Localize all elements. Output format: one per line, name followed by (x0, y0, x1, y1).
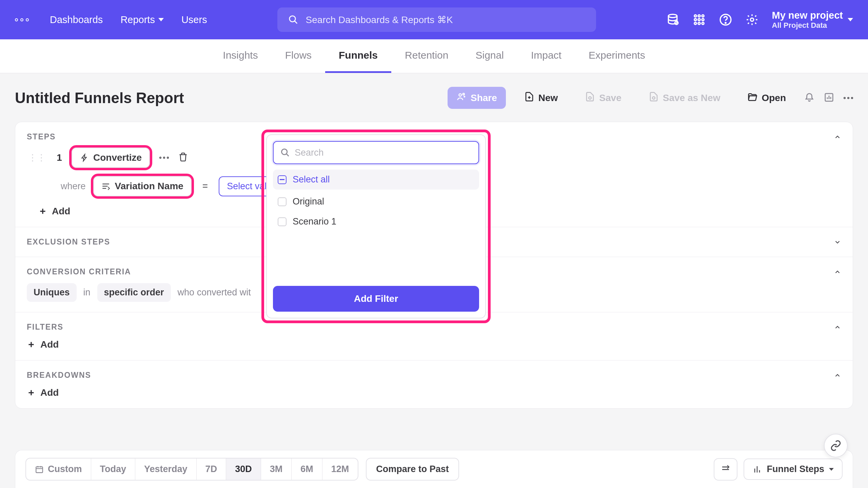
equals-operator[interactable]: = (199, 181, 211, 192)
svg-point-14 (725, 22, 726, 23)
report-tabs: Insights Flows Funnels Retention Signal … (0, 39, 868, 73)
save-as-icon (649, 92, 659, 104)
time-yesterday[interactable]: Yesterday (135, 458, 197, 480)
svg-point-12 (702, 22, 704, 24)
nav-reports[interactable]: Reports (120, 14, 164, 25)
time-custom[interactable]: Custom (26, 458, 91, 480)
project-selector[interactable]: My new project All Project Data (772, 10, 853, 30)
in-label: in (83, 287, 91, 298)
section-title-filters: FILTERS (27, 323, 63, 332)
where-label: where (61, 181, 86, 192)
file-plus-icon (524, 92, 534, 104)
event-icon (80, 153, 88, 162)
report-title[interactable]: Untitled Funnels Report (15, 90, 184, 106)
option-original[interactable]: Original (273, 192, 479, 212)
svg-point-10 (694, 22, 696, 24)
compare-to-past-button[interactable]: Compare to Past (366, 458, 459, 481)
time-range-segment: Custom Today Yesterday 7D 30D 3M 6M 12M (25, 458, 358, 481)
chart-icon[interactable] (824, 92, 834, 104)
tab-signal[interactable]: Signal (462, 39, 517, 73)
add-filter-button[interactable]: Add (27, 339, 841, 350)
time-3m[interactable]: 3M (261, 458, 292, 480)
global-search[interactable]: Search Dashboards & Reports ⌘K (277, 7, 596, 32)
project-name: My new project (772, 10, 843, 21)
chevron-up-icon[interactable] (834, 133, 841, 141)
time-12m[interactable]: 12M (322, 458, 358, 480)
app-menu-icon[interactable] (15, 18, 29, 21)
bell-icon[interactable] (804, 92, 814, 104)
add-filter-button[interactable]: Add Filter (273, 286, 479, 312)
tab-impact[interactable]: Impact (517, 39, 575, 73)
svg-rect-39 (36, 467, 43, 472)
chevron-up-icon[interactable] (834, 324, 841, 331)
section-breakdowns: BREAKDOWNS Add (15, 360, 853, 408)
svg-point-16 (459, 94, 461, 96)
link-fab[interactable] (824, 434, 848, 457)
database-icon[interactable] (666, 13, 679, 26)
apps-icon[interactable] (693, 13, 706, 26)
select-all-option[interactable]: Select all (273, 170, 479, 190)
svg-point-0 (289, 16, 295, 22)
time-6m[interactable]: 6M (292, 458, 322, 480)
share-icon (456, 92, 467, 104)
chevron-down-icon (848, 18, 853, 21)
chevron-down-icon[interactable] (834, 238, 841, 246)
dropdown-search[interactable] (273, 141, 479, 164)
svg-point-2 (668, 14, 677, 18)
section-title-steps: STEPS (27, 132, 56, 141)
chevron-up-icon[interactable] (834, 372, 841, 379)
order-chip[interactable]: specific order (97, 283, 171, 302)
section-steps: STEPS ⋮⋮ 1 Convertize where Variation Na… (15, 122, 853, 227)
option-scenario-1[interactable]: Scenario 1 (273, 212, 479, 232)
dropdown-search-input[interactable] (295, 148, 472, 158)
project-sub: All Project Data (772, 21, 843, 30)
tab-funnels[interactable]: Funnels (325, 39, 391, 73)
step-more-icon[interactable] (156, 157, 172, 159)
svg-point-5 (698, 15, 700, 17)
section-title-conversion: CONVERSION CRITERIA (27, 267, 131, 276)
drag-handle-icon[interactable]: ⋮⋮ (27, 153, 47, 163)
tab-retention[interactable]: Retention (391, 39, 462, 73)
checkbox-icon (278, 197, 287, 206)
nav-users[interactable]: Users (181, 14, 207, 25)
gear-icon[interactable] (746, 13, 758, 26)
link-icon (830, 440, 842, 451)
tab-experiments[interactable]: Experiments (575, 39, 659, 73)
svg-point-15 (750, 18, 754, 21)
chevron-up-icon[interactable] (834, 268, 841, 276)
calendar-icon (35, 465, 44, 474)
nav-dashboards[interactable]: Dashboards (50, 14, 103, 25)
svg-line-34 (287, 154, 289, 156)
checkbox-indeterminate-icon (278, 175, 287, 184)
funnel-steps-selector[interactable]: Funnel Steps (744, 458, 843, 480)
search-icon (280, 148, 290, 157)
uniques-chip[interactable]: Uniques (27, 283, 77, 302)
title-bar: Untitled Funnels Report Share New Save S… (0, 73, 868, 118)
add-breakdown-button[interactable]: Add (27, 387, 841, 398)
svg-point-17 (463, 93, 465, 95)
delete-step-button[interactable] (178, 152, 188, 163)
time-7d[interactable]: 7D (197, 458, 226, 480)
search-icon (288, 15, 298, 25)
share-button[interactable]: Share (448, 87, 506, 109)
step-event-pill[interactable]: Convertize (72, 148, 150, 168)
chevron-down-icon (158, 18, 164, 21)
app-header: Dashboards Reports Users Search Dashboar… (0, 0, 868, 39)
svg-point-33 (282, 149, 287, 155)
help-icon[interactable] (719, 13, 732, 26)
property-pill[interactable]: Variation Name (93, 176, 192, 196)
value-dropdown: Select all Original Scenario 1 Add Filte… (261, 130, 491, 323)
time-30d[interactable]: 30D (226, 458, 261, 480)
conversion-rest-text: who converted wit (178, 287, 251, 298)
tab-insights[interactable]: Insights (209, 39, 271, 73)
more-actions[interactable] (844, 97, 853, 99)
linear-toggle-button[interactable] (714, 458, 737, 481)
new-button[interactable]: New (515, 87, 567, 109)
open-button[interactable]: Open (738, 87, 795, 109)
tab-flows[interactable]: Flows (272, 39, 325, 73)
save-button[interactable]: Save (576, 87, 630, 109)
time-today[interactable]: Today (91, 458, 136, 480)
svg-point-22 (589, 97, 592, 99)
save-as-new-button[interactable]: Save as New (640, 87, 729, 109)
step-number: 1 (53, 152, 65, 163)
